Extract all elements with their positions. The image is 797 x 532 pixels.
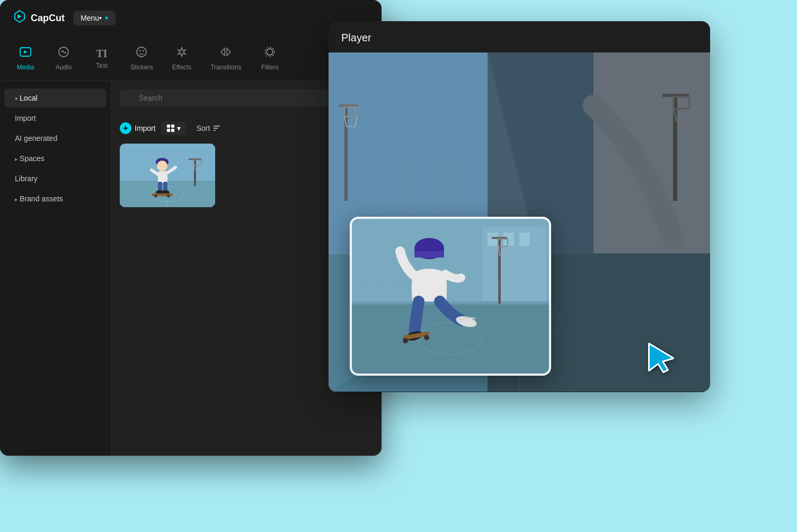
toolbar-item-transitions[interactable]: Transitions bbox=[203, 41, 249, 75]
filters-icon bbox=[263, 46, 276, 61]
sidebar-item-spaces[interactable]: Spaces bbox=[4, 149, 107, 168]
transitions-icon bbox=[219, 46, 232, 61]
effects-label: Effects bbox=[172, 64, 191, 71]
svg-point-37 bbox=[154, 194, 157, 198]
filters-label: Filters bbox=[261, 64, 279, 71]
svg-rect-76 bbox=[414, 251, 444, 258]
app-header: CapCut Menu• bbox=[0, 0, 382, 36]
text-icon: TI bbox=[96, 48, 107, 60]
toolbar-item-media[interactable]: Media bbox=[8, 41, 42, 75]
svg-point-2 bbox=[137, 47, 146, 57]
sidebar-item-brand-assets[interactable]: Brand assets bbox=[4, 189, 107, 208]
capcut-logo-icon bbox=[13, 10, 26, 26]
player-title: Player bbox=[329, 21, 710, 52]
chevron-down-icon: ▾ bbox=[177, 124, 181, 132]
toolbar-item-audio[interactable]: Audio bbox=[47, 41, 81, 75]
plus-icon: + bbox=[120, 122, 131, 134]
app-window: CapCut Menu• Media Audio bbox=[0, 0, 382, 456]
toolbar-item-stickers[interactable]: Stickers bbox=[123, 41, 161, 75]
player-content bbox=[329, 52, 710, 392]
preview-card bbox=[350, 217, 551, 376]
sidebar: Local Import AI generated Spaces Library… bbox=[0, 81, 111, 456]
svg-rect-61 bbox=[488, 233, 498, 246]
svg-point-28 bbox=[157, 161, 167, 171]
audio-icon bbox=[57, 46, 70, 61]
thumbnail-image bbox=[120, 144, 215, 207]
sidebar-item-library[interactable]: Library bbox=[4, 169, 107, 188]
view-toggle-button[interactable]: ▾ bbox=[161, 121, 186, 135]
media-icon bbox=[19, 46, 32, 61]
sidebar-item-ai-generated[interactable]: AI generated bbox=[4, 129, 107, 148]
toolbar-item-effects[interactable]: Effects bbox=[165, 41, 199, 75]
player-panel: Player bbox=[329, 21, 710, 392]
cursor-arrow bbox=[647, 341, 678, 373]
transitions-label: Transitions bbox=[210, 64, 241, 71]
audio-label: Audio bbox=[56, 64, 72, 71]
menu-button[interactable]: Menu• bbox=[73, 11, 116, 25]
svg-rect-9 bbox=[167, 125, 170, 128]
toolbar-item-filters[interactable]: Filters bbox=[253, 41, 287, 75]
media-thumbnail[interactable] bbox=[120, 144, 215, 207]
toolbar-item-text[interactable]: TI Text bbox=[85, 43, 119, 74]
text-label: Text bbox=[96, 62, 108, 69]
svg-point-4 bbox=[143, 50, 144, 52]
svg-rect-10 bbox=[171, 125, 174, 128]
import-button[interactable]: + Import bbox=[120, 122, 156, 134]
import-label: Import bbox=[135, 124, 156, 132]
svg-rect-11 bbox=[167, 129, 170, 132]
svg-point-38 bbox=[167, 194, 170, 198]
svg-rect-63 bbox=[519, 233, 530, 246]
logo-area: CapCut bbox=[13, 10, 65, 26]
stickers-label: Stickers bbox=[130, 64, 153, 71]
sidebar-item-import[interactable]: Import bbox=[4, 109, 107, 128]
svg-point-5 bbox=[267, 49, 273, 55]
effects-icon bbox=[175, 46, 188, 61]
svg-marker-84 bbox=[649, 344, 673, 372]
sort-button[interactable]: Sort bbox=[191, 121, 227, 135]
sidebar-item-local[interactable]: Local bbox=[4, 88, 107, 108]
stickers-icon bbox=[135, 46, 148, 61]
logo-text: CapCut bbox=[31, 13, 65, 24]
svg-rect-12 bbox=[171, 129, 174, 132]
svg-point-3 bbox=[139, 50, 141, 52]
toolbar: Media Audio TI Text bbox=[0, 36, 382, 81]
sort-label: Sort bbox=[197, 124, 210, 132]
media-label: Media bbox=[17, 64, 34, 71]
content-area: Local Import AI generated Spaces Library… bbox=[0, 81, 382, 456]
